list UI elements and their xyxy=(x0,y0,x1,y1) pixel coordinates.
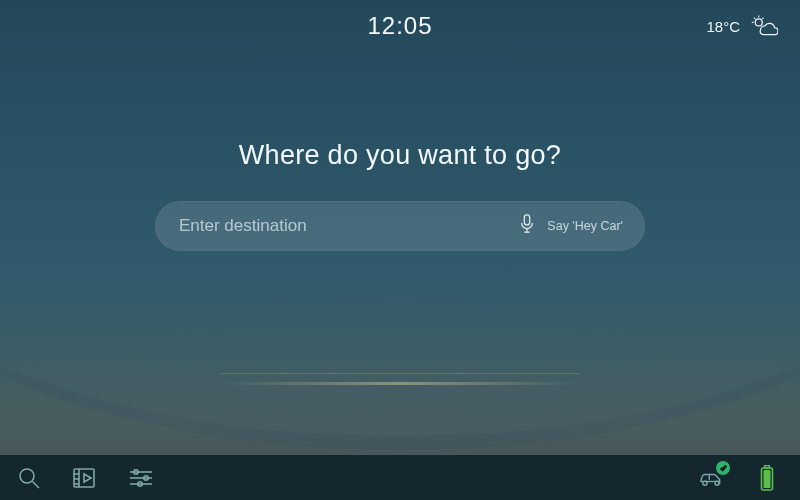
hero-section: Where do you want to go? Say 'Hey Car' xyxy=(0,140,800,251)
svg-point-22 xyxy=(703,481,707,485)
svg-line-4 xyxy=(762,18,763,19)
status-ok-badge xyxy=(716,461,730,475)
svg-marker-15 xyxy=(84,474,91,482)
battery-icon[interactable] xyxy=(754,465,780,491)
hero-title: Where do you want to go? xyxy=(239,140,561,171)
search-icon[interactable] xyxy=(16,465,42,491)
car-status-icon[interactable] xyxy=(698,465,724,491)
destination-search[interactable]: Say 'Hey Car' xyxy=(155,201,645,251)
bottom-bar xyxy=(0,455,800,500)
microphone-icon xyxy=(519,214,535,238)
clock: 12:05 xyxy=(367,12,432,40)
svg-rect-27 xyxy=(764,470,771,488)
svg-line-9 xyxy=(33,481,40,488)
bottom-bar-left xyxy=(16,465,154,491)
bottom-bar-right xyxy=(698,465,780,491)
destination-input[interactable] xyxy=(179,216,519,236)
background-bridge xyxy=(220,382,580,385)
status-bar: 12:05 18°C xyxy=(0,0,800,52)
svg-point-0 xyxy=(755,19,762,26)
svg-point-23 xyxy=(715,481,719,485)
svg-line-3 xyxy=(754,18,755,19)
voice-input[interactable]: Say 'Hey Car' xyxy=(519,214,623,238)
weather-widget[interactable]: 18°C xyxy=(706,14,778,39)
background-skyline xyxy=(0,255,800,455)
temperature-label: 18°C xyxy=(706,18,740,35)
svg-rect-5 xyxy=(525,215,530,225)
voice-hint-label: Say 'Hey Car' xyxy=(547,219,623,233)
media-icon[interactable] xyxy=(72,465,98,491)
settings-sliders-icon[interactable] xyxy=(128,465,154,491)
partly-cloudy-icon xyxy=(750,14,778,39)
car-home-screen: 12:05 18°C Where do you want to go? xyxy=(0,0,800,500)
svg-point-8 xyxy=(20,469,34,483)
